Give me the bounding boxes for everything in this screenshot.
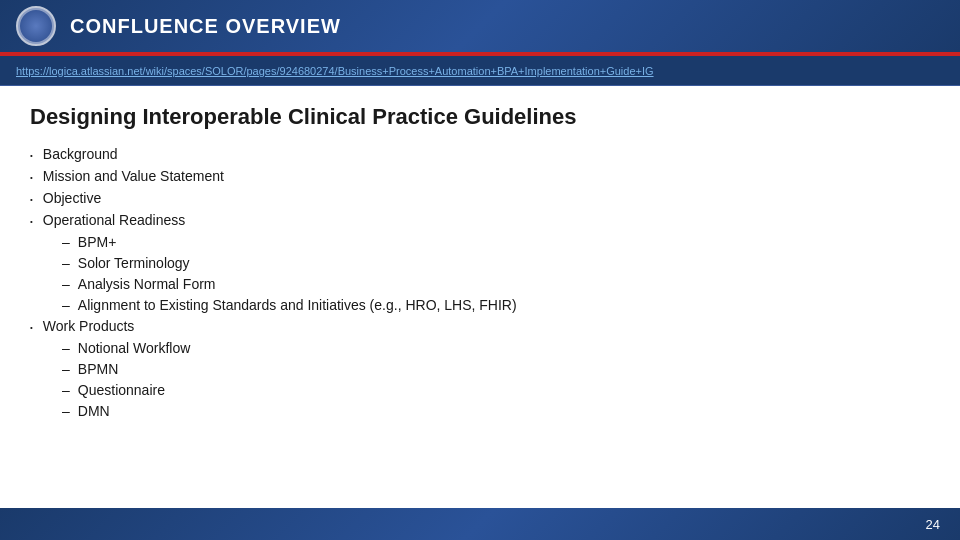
sub-item-label: Alignment to Existing Standards and Init… [78,297,517,313]
sub-item-label: DMN [78,403,110,419]
list-item: • Background [30,146,930,162]
sub-item-label: Questionnaire [78,382,165,398]
header-title: CONFLUENCE OVERVIEW [70,15,341,38]
sub-list-item: – Questionnaire [62,382,930,398]
bullet-dot: • [30,323,33,332]
sub-list-item: – Notional Workflow [62,340,930,356]
sub-list-item: – DMN [62,403,930,419]
logo [16,6,56,46]
footer-bar: 24 [0,508,960,540]
item-label: Work Products [43,318,135,334]
dash: – [62,255,70,271]
dash: – [62,403,70,419]
confluence-url[interactable]: https://logica.atlassian.net/wiki/spaces… [16,65,654,77]
dash: – [62,276,70,292]
dash: – [62,382,70,398]
bullet-dot: • [30,217,33,226]
sub-list-item: – Solor Terminology [62,255,930,271]
list-item: • Mission and Value Statement [30,168,930,184]
bullet-dot: • [30,151,33,160]
item-label: Background [43,146,118,162]
sub-item-label: BPMN [78,361,118,377]
item-label: Mission and Value Statement [43,168,224,184]
sub-list-item: – Alignment to Existing Standards and In… [62,297,930,313]
url-bar: https://logica.atlassian.net/wiki/spaces… [0,56,960,86]
sub-list-item: – BPMN [62,361,930,377]
bullet-dot: • [30,173,33,182]
item-label: Operational Readiness [43,212,185,228]
dash: – [62,234,70,250]
bullet-list: • Background • Mission and Value Stateme… [30,146,930,419]
sub-list: – Notional Workflow – BPMN – Questionnai… [62,340,930,419]
main-content: Designing Interoperable Clinical Practic… [0,86,960,434]
sub-item-label: Solor Terminology [78,255,190,271]
dash: – [62,297,70,313]
sub-item-label: Analysis Normal Form [78,276,216,292]
sub-item-label: BPM+ [78,234,117,250]
sub-list-item: – Analysis Normal Form [62,276,930,292]
page-title: Designing Interoperable Clinical Practic… [30,104,930,130]
page-header: CONFLUENCE OVERVIEW [0,0,960,52]
item-label: Objective [43,190,101,206]
list-item: • Operational Readiness [30,212,930,228]
sub-list-item: – BPM+ [62,234,930,250]
logo-inner [20,10,52,42]
dash: – [62,340,70,356]
dash: – [62,361,70,377]
sub-list: – BPM+ – Solor Terminology – Analysis No… [62,234,930,313]
list-item: • Work Products [30,318,930,334]
list-item: • Objective [30,190,930,206]
sub-item-label: Notional Workflow [78,340,191,356]
page-number: 24 [926,517,940,532]
bullet-dot: • [30,195,33,204]
